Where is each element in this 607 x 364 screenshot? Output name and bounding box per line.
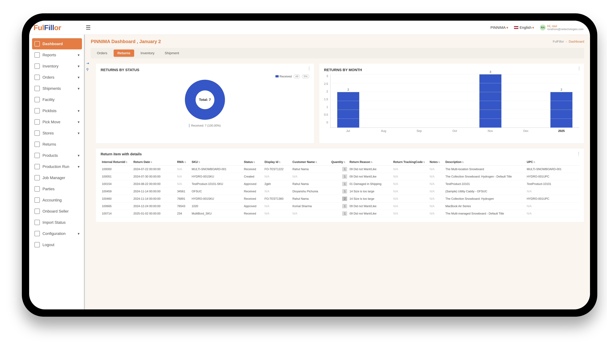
- sidebar-item-label: Parties: [42, 187, 79, 191]
- bar-plot: 232: [330, 74, 579, 128]
- sidebar-item-shipments[interactable]: Shipments▾: [32, 83, 82, 94]
- sidebar-toggle-icon[interactable]: ☰: [86, 24, 91, 31]
- chevron-down-icon: ▾: [78, 109, 79, 113]
- sidebar-item-label: Picklists: [42, 109, 78, 113]
- sort-icon: ⇅: [371, 161, 373, 163]
- sidebar-item-label: Production Run: [42, 164, 78, 169]
- column-header[interactable]: UPC⇅: [526, 159, 579, 166]
- legend-pill-all[interactable]: All: [294, 74, 300, 78]
- sort-icon: ⇅: [184, 161, 186, 163]
- nav-icon: [35, 242, 40, 247]
- sidebar-item-label: Job Manager: [42, 176, 79, 180]
- filter-icon[interactable]: ⚲: [86, 67, 89, 71]
- sidebar-item-import-status[interactable]: Import Status: [32, 217, 82, 228]
- sort-icon: ⇅: [423, 161, 425, 163]
- tab-orders[interactable]: Orders: [93, 50, 111, 57]
- main-content: PINNIMA Dashboard , January 2 FulFillor …: [85, 35, 590, 309]
- expand-icon[interactable]: ⇥: [86, 61, 89, 65]
- nav-icon: [35, 41, 40, 46]
- card-menu-icon[interactable]: ⋮: [307, 66, 311, 71]
- column-header[interactable]: Return Date⇅: [132, 159, 176, 166]
- sidebar-item-facility[interactable]: Facility: [32, 94, 82, 105]
- sidebar-item-label: Pick Move: [42, 120, 78, 124]
- card-menu-icon[interactable]: ⋮: [577, 66, 581, 71]
- sidebar-item-configuration[interactable]: Configuration▾: [32, 228, 82, 239]
- avatar: RA: [540, 25, 546, 30]
- language-dropdown[interactable]: English: [514, 26, 534, 30]
- sidebar-item-picklists[interactable]: Picklists▾: [32, 105, 82, 116]
- card-menu-icon[interactable]: ⋮: [577, 151, 581, 156]
- logo[interactable]: Ful Fill or: [34, 23, 84, 32]
- bar-2025: 2: [544, 74, 579, 128]
- bar-Sep: [402, 74, 437, 128]
- column-header[interactable]: Notes⇅: [428, 159, 444, 166]
- legend-item[interactable]: Received: [276, 75, 292, 78]
- nav-icon: [35, 164, 40, 169]
- returns-table: Internal ReturnId⇅Return Date⇅RMA⇅SKU⇅St…: [101, 159, 579, 217]
- sort-icon: ⇅: [438, 161, 440, 163]
- sidebar-item-inventory[interactable]: Inventory▾: [32, 61, 82, 72]
- nav-icon: [35, 197, 40, 203]
- tab-inventory[interactable]: Inventory: [137, 50, 158, 57]
- donut-caption: Received: 7 (100.00%): [189, 124, 221, 127]
- table-row[interactable]: 1006652024-12-24 00:00:00765431020Approv…: [101, 203, 579, 210]
- nav-icon: [35, 142, 40, 147]
- sidebar-item-dashboard[interactable]: Dashboard: [32, 38, 82, 49]
- table-title: Return item with details: [101, 152, 579, 156]
- bar-Dec: [508, 74, 544, 128]
- column-header[interactable]: Return Reason⇅: [348, 159, 392, 166]
- sidebar-item-label: Accounting: [42, 198, 79, 202]
- sidebar-item-job-manager[interactable]: Job Manager: [32, 172, 82, 183]
- tenant-dropdown[interactable]: PINNIMA: [490, 26, 508, 30]
- sidebar-item-products[interactable]: Products▾: [32, 150, 82, 161]
- nav-icon: [35, 86, 40, 91]
- table-row[interactable]: 1004602024-11-14 00:00:0076891HYDRO-001S…: [101, 195, 579, 203]
- sidebar-item-orders[interactable]: Orders▾: [32, 72, 82, 83]
- sidebar-item-label: Logout: [42, 243, 79, 247]
- sidebar-item-onboard-seller[interactable]: Onboard Seller: [32, 206, 82, 217]
- sidebar-item-production-run[interactable]: Production Run▾: [32, 161, 82, 172]
- breadcrumb-root[interactable]: FulFillor: [553, 40, 564, 43]
- sort-icon: ⇅: [198, 161, 200, 163]
- sort-icon: ⇅: [279, 161, 280, 163]
- sidebar-item-parties[interactable]: Parties: [32, 183, 82, 195]
- column-header[interactable]: RMA⇅: [176, 159, 190, 166]
- tab-shipment[interactable]: Shipment: [161, 50, 183, 57]
- table-row[interactable]: 1007142025-01-02 00:00:00234MultiBord_SK…: [101, 210, 579, 217]
- user-menu[interactable]: RA Hi, ravi rsrathore@neitechologies.com: [540, 24, 583, 31]
- sort-icon: ⇅: [343, 161, 345, 163]
- sidebar-item-pick-move[interactable]: Pick Move▾: [32, 116, 82, 128]
- sidebar-item-stores[interactable]: Stores▾: [32, 128, 82, 139]
- column-header[interactable]: SKU⇅: [190, 159, 243, 166]
- sidebar-item-label: Configuration: [42, 231, 78, 236]
- sidebar-item-reports[interactable]: Reports▾: [32, 49, 82, 61]
- donut-chart: Total: 7: [185, 80, 225, 120]
- table-row[interactable]: 1000512024-07-30 00:00:00N/AHYDRO-001SKU…: [101, 173, 579, 180]
- table-row[interactable]: 1004592024-11-14 00:00:0034561OFSUCRecei…: [101, 188, 579, 195]
- column-header[interactable]: Customer Name⇅: [291, 159, 330, 166]
- column-header[interactable]: Return TrackingCode⇅: [392, 159, 428, 166]
- column-header[interactable]: Status⇅: [243, 159, 263, 166]
- user-greeting: Hi, ravi: [547, 24, 583, 28]
- sidebar-item-accounting[interactable]: Accounting: [32, 195, 82, 206]
- chevron-down-icon: ▾: [78, 153, 79, 158]
- nav-icon: [35, 231, 40, 236]
- column-header[interactable]: Quantity⇅: [330, 159, 348, 166]
- table-row[interactable]: 1001542024-08-22 00:00:00N/ATestProduct-…: [101, 180, 579, 188]
- column-header[interactable]: Internal ReturnId⇅: [101, 159, 132, 166]
- tab-returns[interactable]: Returns: [114, 50, 134, 57]
- table-row[interactable]: 1000002024-07-22 00:00:00N/AMULTI-SNOWBO…: [101, 166, 579, 173]
- nav-icon: [35, 208, 40, 214]
- sidebar-item-label: Shipments: [42, 86, 78, 91]
- nav-icon: [35, 108, 40, 114]
- nav-icon: [35, 52, 40, 58]
- sidebar-item-returns[interactable]: Returns: [32, 139, 82, 150]
- page-title: PINNIMA Dashboard , January 2: [91, 39, 161, 44]
- legend-pill-pct[interactable]: 5%: [302, 74, 309, 78]
- sidebar-item-logout[interactable]: Logout: [32, 239, 82, 250]
- chevron-down-icon: ▾: [78, 131, 79, 135]
- chevron-down-icon: ▾: [78, 53, 79, 57]
- sort-icon: ⇅: [150, 161, 152, 163]
- column-header[interactable]: Display Id⇅: [263, 159, 291, 166]
- column-header[interactable]: Description⇅: [444, 159, 526, 166]
